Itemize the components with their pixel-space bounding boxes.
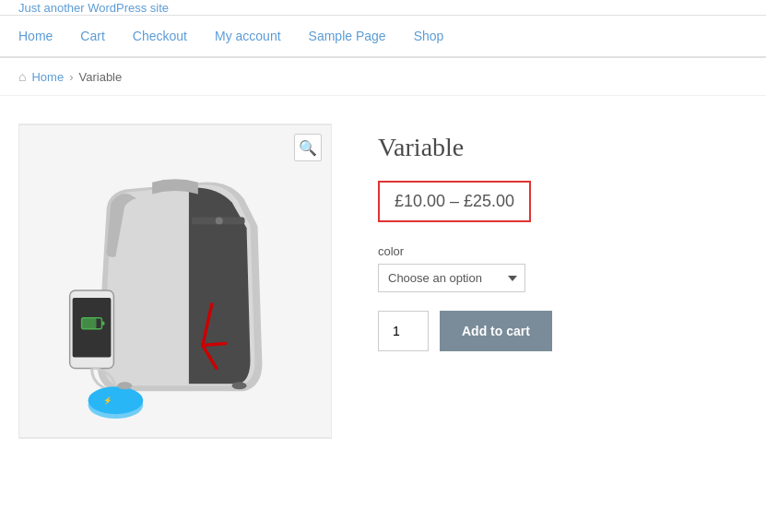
nav-shop[interactable]: Shop [414, 29, 444, 43]
svg-text:⚡: ⚡ [103, 396, 112, 405]
nav-checkout[interactable]: Checkout [133, 29, 187, 43]
svg-point-7 [88, 386, 144, 414]
product-details: Variable £10.00 – £25.00 color Choose an… [378, 124, 748, 351]
quantity-input[interactable] [378, 311, 429, 351]
add-to-cart-row: Add to cart [378, 311, 748, 351]
product-illustration: ⚡ [19, 124, 331, 438]
product-image: ⚡ [19, 124, 331, 438]
color-select[interactable]: Choose an option [378, 264, 525, 292]
product-area: ⚡ 🔍 Variable £10.00 – £25. [0, 96, 766, 467]
nav-my-account[interactable]: My account [215, 29, 281, 43]
svg-rect-4 [101, 322, 104, 325]
nav-cart[interactable]: Cart [80, 29, 104, 43]
svg-point-12 [232, 382, 247, 389]
breadcrumb: ⌂ Home › Variable [0, 58, 766, 96]
color-section: color Choose an option [378, 244, 748, 292]
breadcrumb-home[interactable]: Home [31, 70, 64, 84]
svg-point-11 [117, 382, 132, 389]
site-tagline-bar: Just another WordPress site [0, 0, 766, 15]
breadcrumb-separator: › [69, 70, 73, 84]
breadcrumb-current: Variable [79, 70, 123, 84]
zoom-icon: 🔍 [299, 139, 317, 157]
home-icon: ⌂ [18, 69, 26, 84]
zoom-button[interactable]: 🔍 [294, 134, 322, 161]
svg-rect-5 [82, 318, 97, 329]
add-to-cart-button[interactable]: Add to cart [440, 311, 552, 351]
price-range: £10.00 – £25.00 [378, 181, 531, 222]
product-image-container: ⚡ 🔍 [18, 124, 332, 439]
main-nav: Home Cart Checkout My account Sample Pag… [0, 15, 766, 57]
color-label: color [378, 244, 748, 258]
site-tagline: Just another WordPress site [0, 0, 187, 18]
nav-home[interactable]: Home [18, 29, 53, 43]
nav-sample-page[interactable]: Sample Page [309, 29, 386, 43]
svg-point-10 [216, 217, 223, 224]
product-title: Variable [378, 133, 748, 162]
